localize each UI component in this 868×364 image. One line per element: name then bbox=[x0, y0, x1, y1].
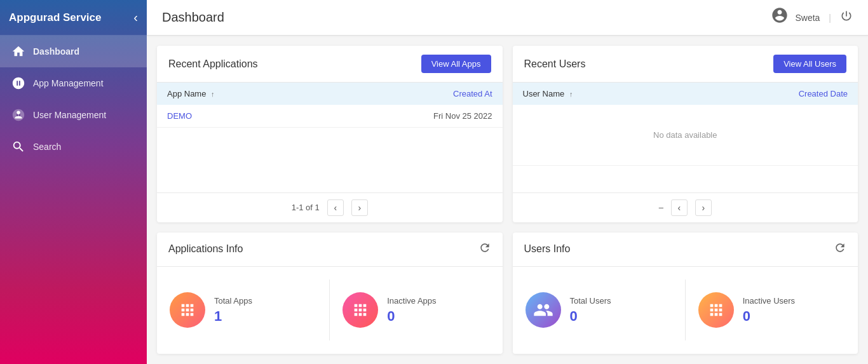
total-users-info: Total Users 0 bbox=[570, 296, 611, 325]
inactive-apps-label: Inactive Apps bbox=[387, 296, 436, 306]
users-next-page-button[interactable]: › bbox=[695, 199, 712, 216]
recent-users-table: User Name ↑ Created Date No data availab… bbox=[513, 83, 858, 166]
apps-refresh-icon[interactable] bbox=[478, 241, 491, 257]
inactive-users-value: 0 bbox=[743, 308, 795, 325]
app-name-cell[interactable]: DEMO bbox=[157, 105, 316, 128]
users-info-card: Users Info Total Users 0 bbox=[513, 233, 858, 354]
apps-info-header: Applications Info bbox=[157, 233, 503, 267]
users-info-header: Users Info bbox=[513, 233, 858, 267]
total-apps-stat: Total Apps 1 bbox=[157, 280, 329, 340]
users-pagination-dash: – bbox=[659, 203, 663, 212]
apps-info-body: Total Apps 1 Inactive Apps 0 bbox=[157, 267, 503, 354]
inactive-apps-icon bbox=[342, 292, 378, 328]
home-icon bbox=[11, 44, 25, 58]
total-users-label: Total Users bbox=[570, 296, 611, 306]
table-row: DEMO Fri Nov 25 2022 bbox=[157, 105, 503, 128]
sidebar-nav: Dashboard App Management User Management… bbox=[0, 36, 147, 364]
app-management-icon bbox=[11, 76, 25, 90]
brand-name: Appgurad Service bbox=[9, 11, 102, 24]
sidebar: Appgurad Service ‹ Dashboard App Managem… bbox=[0, 0, 147, 364]
app-date-cell: Fri Nov 25 2022 bbox=[316, 105, 503, 128]
recent-users-footer: – ‹ › bbox=[513, 192, 858, 222]
users-prev-page-button[interactable]: ‹ bbox=[671, 199, 688, 216]
sidebar-header: Appgurad Service ‹ bbox=[0, 0, 147, 36]
topbar: Dashboard Sweta | bbox=[147, 0, 868, 36]
total-apps-value: 1 bbox=[214, 308, 252, 325]
app-name-sort-icon: ↑ bbox=[211, 90, 215, 98]
total-apps-info: Total Apps 1 bbox=[214, 296, 252, 325]
total-apps-icon bbox=[170, 292, 205, 328]
users-info-title: Users Info bbox=[524, 243, 571, 255]
total-apps-label: Total Apps bbox=[214, 296, 252, 306]
pagination-info: 1-1 of 1 bbox=[292, 203, 320, 212]
col-app-name: App Name ↑ bbox=[157, 83, 316, 105]
recent-apps-card: Recent Applications View All Apps App Na… bbox=[157, 46, 503, 222]
next-page-button[interactable]: › bbox=[351, 199, 368, 216]
content-area: Recent Applications View All Apps App Na… bbox=[147, 36, 868, 364]
sidebar-item-app-management[interactable]: App Management bbox=[0, 67, 147, 99]
inactive-users-stat: Inactive Users 0 bbox=[685, 280, 858, 340]
no-data-cell: No data available bbox=[513, 105, 858, 166]
users-info-body: Total Users 0 Inactive Users 0 bbox=[513, 267, 858, 354]
sidebar-item-dashboard-label: Dashboard bbox=[33, 46, 79, 57]
users-refresh-icon[interactable] bbox=[834, 241, 846, 257]
recent-users-table-wrap: User Name ↑ Created Date No data availab… bbox=[513, 83, 858, 192]
view-all-apps-button[interactable]: View All Apps bbox=[421, 55, 491, 73]
view-all-users-button[interactable]: View All Users bbox=[773, 55, 846, 73]
prev-page-button[interactable]: ‹ bbox=[327, 199, 344, 216]
sidebar-toggle-button[interactable]: ‹ bbox=[133, 10, 138, 25]
recent-apps-table-wrap: App Name ↑ Created At DEMO Fri Nov 25 20… bbox=[157, 83, 503, 192]
svg-point-0 bbox=[17, 111, 20, 115]
inactive-users-label: Inactive Users bbox=[743, 296, 795, 306]
inactive-users-info: Inactive Users 0 bbox=[743, 296, 795, 325]
total-users-icon bbox=[526, 292, 561, 328]
user-name-sort-icon: ↑ bbox=[569, 90, 573, 98]
power-icon[interactable] bbox=[840, 10, 853, 25]
recent-users-title: Recent Users bbox=[524, 58, 586, 70]
col-created-at: Created At bbox=[316, 83, 503, 105]
sidebar-item-search[interactable]: Search bbox=[0, 131, 147, 163]
main-content: Dashboard Sweta | Recent Applications Vi… bbox=[147, 0, 868, 364]
inactive-users-icon bbox=[698, 292, 734, 328]
recent-apps-footer: 1-1 of 1 ‹ › bbox=[157, 192, 503, 222]
no-data-row: No data available bbox=[513, 105, 858, 166]
inactive-apps-stat: Inactive Apps 0 bbox=[329, 280, 502, 340]
recent-apps-header: Recent Applications View All Apps bbox=[157, 46, 503, 83]
total-users-stat: Total Users 0 bbox=[513, 280, 685, 340]
recent-apps-table: App Name ↑ Created At DEMO Fri Nov 25 20… bbox=[157, 83, 503, 128]
total-users-value: 0 bbox=[570, 308, 611, 325]
sidebar-item-user-management-label: User Management bbox=[33, 110, 106, 120]
page-title: Dashboard bbox=[162, 10, 224, 25]
recent-apps-title: Recent Applications bbox=[168, 58, 258, 70]
recent-users-header: Recent Users View All Users bbox=[513, 46, 858, 83]
sidebar-item-search-label: Search bbox=[33, 142, 61, 152]
username: Sweta bbox=[795, 13, 820, 23]
user-management-icon bbox=[11, 108, 25, 122]
avatar-icon bbox=[771, 6, 789, 29]
sidebar-item-app-management-label: App Management bbox=[33, 78, 104, 88]
col-created-date: Created Date bbox=[686, 83, 858, 105]
inactive-apps-value: 0 bbox=[387, 308, 436, 325]
inactive-apps-info: Inactive Apps 0 bbox=[387, 296, 436, 325]
user-info: Sweta | bbox=[771, 6, 853, 29]
sidebar-item-user-management[interactable]: User Management bbox=[0, 99, 147, 131]
topbar-divider: | bbox=[829, 13, 831, 23]
apps-info-title: Applications Info bbox=[168, 243, 243, 255]
recent-users-card: Recent Users View All Users User Name ↑ … bbox=[513, 46, 858, 222]
apps-info-card: Applications Info Total Apps 1 bbox=[157, 233, 503, 354]
col-user-name: User Name ↑ bbox=[513, 83, 687, 105]
search-icon bbox=[11, 140, 25, 154]
sidebar-item-dashboard[interactable]: Dashboard bbox=[0, 36, 147, 67]
